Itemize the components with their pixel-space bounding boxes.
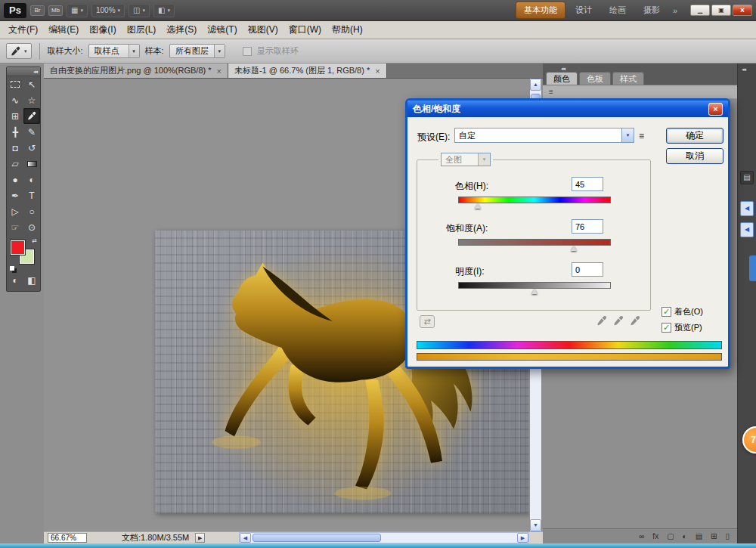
menu-layer[interactable]: 图层(L) [122,21,162,39]
ok-button[interactable]: 确定 [666,128,723,144]
tool-gradient[interactable] [23,156,40,172]
menu-image[interactable]: 图像(I) [84,21,121,39]
workspace-paint-button[interactable]: 绘画 [602,2,634,18]
tool-clone-stamp[interactable]: ◘ [7,140,23,156]
show-sampling-ring-checkbox[interactable] [243,47,252,56]
tool-healing-brush[interactable]: ╋ [7,124,23,140]
preview-checkbox[interactable]: ✓ [662,323,671,333]
hue-slider[interactable] [458,197,611,203]
lightness-slider[interactable] [458,282,611,289]
horizontal-scrollbar[interactable]: ◀ ▶ [239,532,529,543]
quick-mask-button[interactable]: ◐ [7,272,23,288]
swap-colors-icon[interactable]: ⇄ [32,237,37,244]
tool-type[interactable]: T [23,187,40,203]
document-tab-2[interactable]: 未标题-1 @ 66.7% (图层 1, RGB/8) * × [228,63,387,78]
delete-layer-icon[interactable]: ▯ [725,532,730,540]
default-colors-icon[interactable] [10,266,14,271]
menu-help[interactable]: 帮助(H) [327,21,368,39]
channel-select[interactable]: 全图 ▾ [441,153,491,166]
collapsed-panel-icon[interactable]: ▤ [740,171,754,184]
dialog-close-button[interactable]: × [708,103,723,116]
workspace-photo-button[interactable]: 摄影 [636,2,668,18]
tool-dodge[interactable]: ◐ [23,172,40,187]
menu-window[interactable]: 窗口(W) [284,21,327,39]
lightness-input[interactable] [572,262,603,277]
layer-style-icon[interactable]: fx [652,532,658,540]
screen-mode-toggle[interactable]: ◧ [23,272,40,288]
restore-button[interactable]: ▣ [711,5,731,16]
bridge-button[interactable]: Br [30,5,45,16]
eyedropper-icon[interactable] [596,315,608,327]
eyedropper-add-icon[interactable] [613,315,624,327]
sample-size-select[interactable]: 取样点 ▾ [88,44,140,58]
workspace-design-button[interactable]: 设计 [568,2,600,18]
expand-panel-button-2[interactable]: ◀ [740,222,754,237]
minibridge-button[interactable]: Mb [48,5,63,16]
horizontal-scrollbar-thumb[interactable] [253,534,381,542]
colorize-checkbox[interactable]: ✓ [662,307,671,317]
preset-options-button[interactable]: ≡ [639,131,644,141]
eyedropper-subtract-icon[interactable] [630,315,641,327]
panels-collapse-button[interactable]: ◂◂ [561,66,565,72]
tool-hand[interactable]: ☞ [7,219,23,235]
panel-tab-color[interactable]: 颜色 [546,72,578,85]
workspace-essentials-button[interactable]: 基本功能 [516,2,565,19]
new-layer-icon[interactable]: ⊞ [711,532,717,540]
tool-crop[interactable]: ⊞ [7,108,23,124]
hue-input[interactable] [572,177,603,191]
panel-tab-styles[interactable]: 样式 [612,72,644,85]
layer-group-icon[interactable]: ▤ [696,532,702,540]
close-icon[interactable]: × [217,67,222,76]
close-icon[interactable]: × [375,67,380,76]
menu-file[interactable]: 文件(F) [3,21,43,39]
status-options-button[interactable]: ▶ [195,533,205,543]
layer-mask-icon[interactable]: ▢ [667,532,674,540]
tool-brush[interactable]: ✎ [23,124,40,140]
sample-select[interactable]: 所有图层 ▾ [169,44,225,58]
minimize-button[interactable]: ▁ [690,5,710,16]
tool-lasso[interactable]: ∿ [7,92,23,108]
menu-filter[interactable]: 滤镜(T) [202,21,242,39]
tool-eyedropper[interactable] [23,108,40,124]
saturation-slider-marker[interactable] [571,246,577,251]
tool-zoom[interactable]: ⊙ [23,219,40,235]
lightness-slider-marker[interactable] [531,289,538,294]
saturation-input[interactable] [572,219,603,234]
active-panel-indicator[interactable] [749,255,756,281]
link-layers-icon[interactable]: ∞ [639,532,644,540]
zoom-level-button[interactable]: 100% ▾ [91,4,125,17]
preset-select[interactable]: 自定 ▾ [454,128,634,143]
panel-tab-swatches[interactable]: 色板 [579,72,611,85]
arrange-documents-button[interactable]: ◫ ▾ [129,4,150,17]
document-tab-1[interactable]: 自由变换的应用图片.png @ 100%(RGB/8) * × [44,63,228,78]
screen-mode-button[interactable]: ◧ ▾ [153,4,175,17]
hue-slider-marker[interactable] [475,203,481,209]
menu-select[interactable]: 选择(S) [161,21,202,39]
tool-blur[interactable]: ● [7,172,23,187]
menu-edit[interactable]: 编辑(E) [43,21,84,39]
tool-eraser[interactable]: ▱ [7,156,23,172]
tool-rect-marquee[interactable] [7,76,23,92]
foreground-color-swatch[interactable] [11,240,25,255]
tool-path-select[interactable]: ▷ [7,203,23,219]
tool-history-brush[interactable]: ↺ [23,140,40,156]
close-button[interactable]: × [733,5,752,16]
expand-panel-button-1[interactable]: ◀ [740,201,754,216]
tool-quick-select[interactable]: ☆ [23,92,40,108]
view-extras-button[interactable]: ▦ ▾ [67,4,88,17]
saturation-slider[interactable] [458,239,611,246]
cancel-button[interactable]: 取消 [666,148,723,164]
tool-preset-picker[interactable]: ▾ [6,43,32,59]
adjustment-layer-icon[interactable]: ◐ [683,532,687,540]
tool-pen[interactable]: ✒ [7,187,23,203]
scroll-down-button[interactable]: ▼ [530,519,541,531]
zoom-field[interactable] [48,533,87,543]
panel-menu-icon[interactable]: ≡ [549,88,553,96]
menu-view[interactable]: 视图(V) [243,21,284,39]
tools-collapse-button[interactable]: ◂◂ [7,67,40,76]
targeted-adjustment-icon[interactable]: ⇄ [420,315,435,328]
scroll-up-button[interactable]: ▲ [530,79,541,91]
workspace-overflow-button[interactable]: » [670,6,680,15]
tool-shape[interactable]: ○ [23,203,40,219]
scroll-left-button[interactable]: ◀ [240,533,251,543]
